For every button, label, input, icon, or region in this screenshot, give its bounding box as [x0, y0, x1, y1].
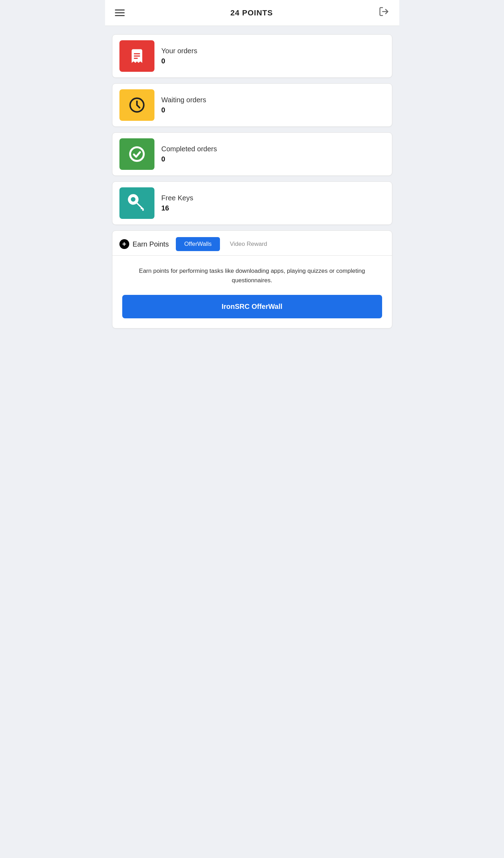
completed-orders-info: Completed orders 0 [161, 145, 217, 163]
your-orders-card[interactable]: Your orders 0 [112, 34, 392, 78]
completed-orders-value: 0 [161, 155, 217, 163]
free-keys-icon-wrap [119, 187, 154, 219]
completed-orders-icon-wrap [119, 138, 154, 170]
completed-orders-label: Completed orders [161, 145, 217, 153]
logout-icon[interactable] [379, 6, 389, 19]
receipt-icon [128, 47, 146, 65]
your-orders-label: Your orders [161, 47, 198, 55]
key-icon [128, 194, 146, 212]
free-keys-info: Free Keys 16 [161, 194, 193, 212]
menu-icon[interactable] [115, 9, 125, 16]
ironsrc-offerwall-button[interactable]: IronSRC OfferWall [122, 295, 382, 318]
svg-point-5 [130, 147, 144, 161]
free-keys-value: 16 [161, 204, 193, 212]
waiting-orders-card[interactable]: Waiting orders 0 [112, 83, 392, 127]
app-header: 24 POINTS [105, 0, 399, 26]
earn-section: + Earn Points OfferWalls Video Reward Ea… [112, 230, 392, 328]
earn-description: Earn points for performing tasks like do… [122, 266, 382, 285]
header-title: 24 POINTS [230, 8, 273, 18]
check-circle-icon [128, 145, 146, 163]
your-orders-info: Your orders 0 [161, 47, 198, 65]
clock-icon [128, 96, 146, 114]
earn-title-wrap: + Earn Points [119, 239, 169, 249]
waiting-orders-icon-wrap [119, 89, 154, 121]
your-orders-icon-wrap [119, 40, 154, 72]
tab-video-reward[interactable]: Video Reward [221, 237, 275, 251]
tab-offerwalls[interactable]: OfferWalls [176, 237, 220, 251]
waiting-orders-label: Waiting orders [161, 96, 206, 104]
free-keys-card[interactable]: Free Keys 16 [112, 181, 392, 225]
plus-icon: + [119, 239, 129, 249]
earn-tab-buttons: OfferWalls Video Reward [176, 237, 276, 251]
free-keys-label: Free Keys [161, 194, 193, 202]
earn-points-title: Earn Points [133, 240, 169, 248]
your-orders-value: 0 [161, 57, 198, 65]
waiting-orders-value: 0 [161, 106, 206, 114]
completed-orders-card[interactable]: Completed orders 0 [112, 132, 392, 176]
main-content: Your orders 0 Waiting orders 0 Completed… [105, 26, 399, 337]
earn-body: Earn points for performing tasks like do… [112, 256, 392, 328]
earn-header: + Earn Points OfferWalls Video Reward [112, 231, 392, 255]
waiting-orders-info: Waiting orders 0 [161, 96, 206, 114]
